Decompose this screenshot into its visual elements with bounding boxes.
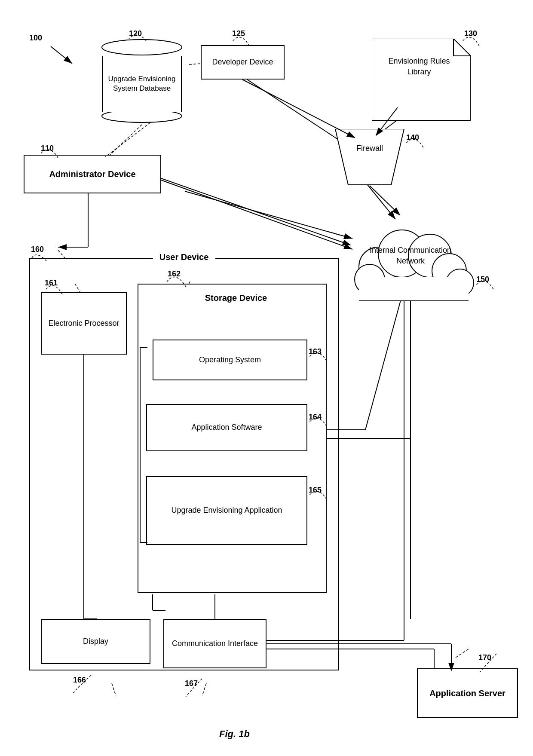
label-150-curve (472, 272, 498, 291)
label-164-curve (305, 409, 329, 429)
svg-line-29 (150, 176, 352, 249)
developer-device-box: Developer Device (201, 45, 285, 80)
storage-device-title: Storage Device (205, 292, 267, 303)
firewall-shape (331, 129, 408, 189)
label-167-curve (181, 675, 204, 699)
label-130-curve (458, 27, 484, 48)
label-165-curve (305, 482, 329, 502)
svg-marker-34 (335, 129, 404, 185)
display-text: Display (83, 637, 108, 646)
display-box: Display (41, 619, 150, 664)
svg-line-7 (185, 191, 352, 239)
label-161-curve (41, 275, 67, 297)
firewall-container: Firewall (331, 129, 408, 191)
cloud-150: Internal Communication Network (344, 211, 477, 307)
diagram: 100 Upgrade Envisioning System Database … (0, 0, 533, 756)
rules-library-container: Envisioning Rules Library (372, 39, 471, 126)
label-163-curve (305, 344, 329, 363)
user-device-title: User Device (153, 252, 215, 262)
upgrade-envisioning-app-box: Upgrade Envisioning Application (146, 476, 307, 545)
comm-interface-box: Communication Interface (163, 619, 266, 668)
storage-bracket (140, 347, 147, 543)
svg-line-2 (51, 46, 72, 64)
svg-line-28 (365, 288, 404, 430)
comm-interface-text: Communication Interface (172, 639, 258, 649)
label-160-curve (29, 242, 51, 263)
label-110-curve (37, 141, 62, 160)
svg-marker-33 (372, 39, 471, 120)
application-software-text: Application Software (191, 422, 262, 432)
figure-caption: Fig. 1b (219, 728, 250, 740)
svg-line-24 (112, 683, 116, 696)
db-120-text: Upgrade Envisioning System Database (106, 74, 178, 93)
label-140-curve (402, 130, 428, 150)
developer-device-text: Developer Device (212, 57, 273, 67)
svg-rect-41 (359, 277, 469, 301)
svg-line-54 (105, 122, 150, 157)
operating-system-box: Operating System (153, 340, 307, 380)
label-120-curve (125, 26, 150, 43)
svg-point-32 (102, 112, 182, 122)
database-120: Upgrade Envisioning System Database (101, 39, 183, 125)
rules-library-shape (372, 39, 471, 125)
svg-line-26 (456, 649, 469, 658)
firewall-text: Firewall (356, 144, 383, 153)
electronic-processor-box: Electronic Processor (41, 292, 127, 355)
cloud-150-text: Internal Communication Network (370, 246, 451, 265)
admin-device-box: Administrator Device (24, 155, 161, 193)
svg-line-47 (161, 178, 350, 245)
label-162-curve (162, 266, 188, 289)
application-server-text: Application Server (429, 688, 505, 699)
admin-device-text: Administrator Device (49, 168, 135, 180)
label-100: 100 (29, 34, 42, 43)
label-125-curve (228, 27, 254, 48)
rules-library-text: Envisioning Rules Library (388, 57, 450, 76)
operating-system-text: Operating System (199, 355, 261, 365)
application-software-box: Application Software (146, 404, 307, 451)
electronic-processor-text: Electronic Processor (48, 318, 119, 328)
label-170-curve (475, 650, 501, 674)
upgrade-envisioning-app-text: Upgrade Envisioning Application (171, 505, 282, 515)
label-166-curve (70, 672, 93, 695)
application-server-box: Application Server (417, 668, 518, 718)
